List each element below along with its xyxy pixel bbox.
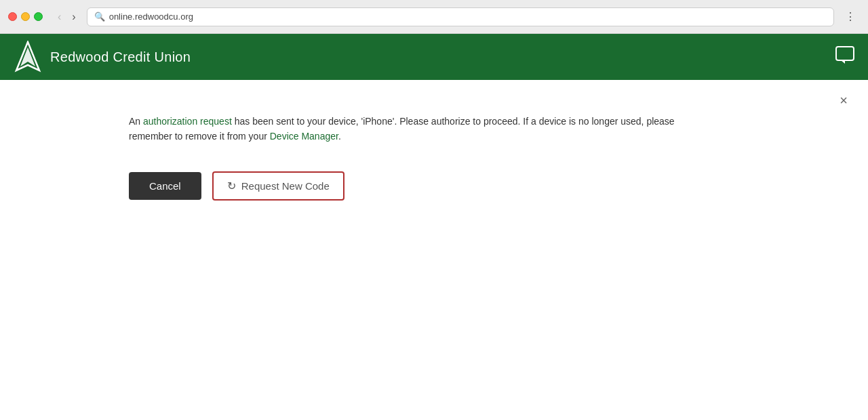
address-bar[interactable]: 🔍 online.redwoodcu.org	[87, 7, 834, 26]
site-logo	[14, 41, 42, 73]
page: Redwood Credit Union × An authorization …	[0, 34, 868, 420]
chat-icon	[835, 46, 854, 64]
browser-menu-button[interactable]: ⋮	[841, 9, 860, 24]
request-new-code-button[interactable]: ↻ Request New Code	[212, 171, 344, 201]
dialog-body: An authorization request has been sent t…	[129, 107, 712, 201]
device-manager-link[interactable]: Device Manager	[270, 131, 338, 142]
maximize-traffic-light[interactable]	[34, 12, 43, 21]
refresh-icon: ↻	[227, 180, 236, 192]
minimize-traffic-light[interactable]	[21, 12, 30, 21]
cancel-button[interactable]: Cancel	[129, 172, 201, 200]
main-content: × An authorization request has been sent…	[0, 80, 868, 420]
address-search-icon: 🔍	[94, 12, 105, 22]
forward-button[interactable]: ›	[68, 9, 79, 24]
svg-marker-3	[841, 60, 845, 64]
traffic-lights	[8, 12, 43, 21]
header-left: Redwood Credit Union	[14, 41, 191, 73]
close-button[interactable]: ×	[840, 93, 848, 107]
svg-rect-2	[836, 47, 854, 60]
address-text: online.redwoodcu.org	[109, 12, 827, 22]
authorization-message: An authorization request has been sent t…	[129, 114, 712, 144]
button-row: Cancel ↻ Request New Code	[129, 171, 712, 201]
message-part1: An	[129, 116, 143, 127]
message-part3: .	[338, 131, 341, 142]
browser-chrome: ‹ › 🔍 online.redwoodcu.org ⋮	[0, 0, 868, 34]
back-button[interactable]: ‹	[54, 9, 65, 24]
chat-button[interactable]	[835, 46, 854, 68]
header-right	[835, 46, 854, 68]
close-traffic-light[interactable]	[8, 12, 17, 21]
site-header: Redwood Credit Union	[0, 34, 868, 80]
authorization-link[interactable]: authorization request	[143, 116, 232, 127]
nav-buttons: ‹ ›	[54, 9, 80, 24]
site-title: Redwood Credit Union	[50, 49, 191, 65]
request-new-code-label: Request New Code	[241, 180, 330, 192]
